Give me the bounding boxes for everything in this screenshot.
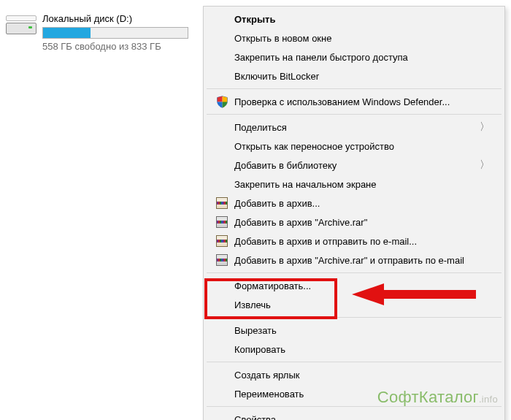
menu-item-label: Открыть в новом окне [234, 33, 490, 44]
menu-item[interactable]: Проверка с использованием Windows Defend… [205, 92, 503, 111]
menu-item[interactable]: Добавить в библиотеку〉 [205, 156, 503, 175]
menu-separator [207, 114, 502, 115]
menu-item-label: Проверка с использованием Windows Defend… [234, 96, 490, 107]
menu-separator [207, 88, 502, 89]
watermark-brand: СофтКаталог [377, 388, 479, 406]
menu-separator [207, 317, 502, 318]
menu-separator [207, 362, 502, 362]
drive-name: Локальный диск (D:) [42, 13, 196, 24]
menu-item[interactable]: Открыть [205, 9, 503, 28]
winrar-archive-icon [214, 215, 230, 229]
winrar-archive-icon [214, 196, 230, 210]
menu-item[interactable]: Закрепить на панели быстрого доступа [205, 47, 503, 66]
menu-item-label: Включить BitLocker [234, 71, 490, 82]
menu-item[interactable]: Добавить в архив "Archive.rar" [205, 213, 503, 232]
winrar-archive-icon [214, 253, 230, 267]
watermark: СофтКаталог.info [377, 388, 498, 407]
watermark-suffix: .info [479, 394, 498, 405]
menu-item[interactable]: Извлечь [205, 295, 503, 314]
menu-item-label: Свойства [234, 414, 490, 421]
context-menu: ОткрытьОткрыть в новом окнеЗакрепить на … [203, 6, 505, 420]
chevron-right-icon: 〉 [480, 159, 490, 172]
menu-separator [207, 272, 502, 273]
drive-entry[interactable]: Локальный диск (D:) 558 ГБ свободно из 8… [6, 13, 196, 52]
menu-item-label: Добавить в архив "Archive.rar" и отправи… [234, 255, 490, 266]
menu-item-label: Добавить в архив... [234, 198, 490, 209]
menu-item-label: Добавить в архив "Archive.rar" [234, 217, 490, 228]
drive-capacity-text: 558 ГБ свободно из 833 ГБ [42, 41, 196, 52]
menu-item-label: Копировать [234, 344, 490, 355]
menu-item-label: Поделиться [234, 122, 480, 133]
drive-capacity-bar [42, 27, 188, 39]
menu-item[interactable]: Создать ярлык [205, 365, 503, 384]
menu-item[interactable]: Открыть в новом окне [205, 28, 503, 47]
menu-item-label: Открыть как переносное устройство [234, 141, 490, 152]
menu-item-label: Добавить в архив и отправить по e-mail..… [234, 236, 490, 247]
shield-icon [214, 95, 230, 108]
menu-item[interactable]: Включить BitLocker [205, 66, 503, 85]
drive-info: Локальный диск (D:) 558 ГБ свободно из 8… [42, 13, 196, 52]
menu-item[interactable]: Форматировать... [205, 276, 503, 295]
menu-item[interactable]: Открыть как переносное устройство [205, 137, 503, 156]
menu-item[interactable]: Добавить в архив и отправить по e-mail..… [205, 232, 503, 251]
menu-item[interactable]: Добавить в архив... [205, 194, 503, 213]
menu-item[interactable]: Вырезать [205, 321, 503, 340]
menu-item[interactable]: Поделиться〉 [205, 118, 503, 137]
chevron-right-icon: 〉 [480, 121, 490, 134]
menu-item-label: Вырезать [234, 325, 490, 336]
menu-item-label: Форматировать... [234, 280, 490, 291]
menu-item-label: Извлечь [234, 299, 490, 310]
menu-item-label: Закрепить на панели быстрого доступа [234, 52, 490, 63]
hard-disk-icon [6, 13, 36, 37]
menu-item-label: Добавить в библиотеку [234, 160, 480, 171]
menu-item-label: Открыть [234, 14, 490, 25]
winrar-archive-icon [214, 234, 230, 248]
menu-item[interactable]: Свойства [205, 410, 503, 420]
menu-item[interactable]: Закрепить на начальном экране [205, 175, 503, 194]
menu-item-label: Закрепить на начальном экране [234, 179, 490, 190]
menu-item[interactable]: Добавить в архив "Archive.rar" и отправи… [205, 251, 503, 270]
menu-item[interactable]: Копировать [205, 340, 503, 359]
menu-item-label: Создать ярлык [234, 370, 490, 381]
